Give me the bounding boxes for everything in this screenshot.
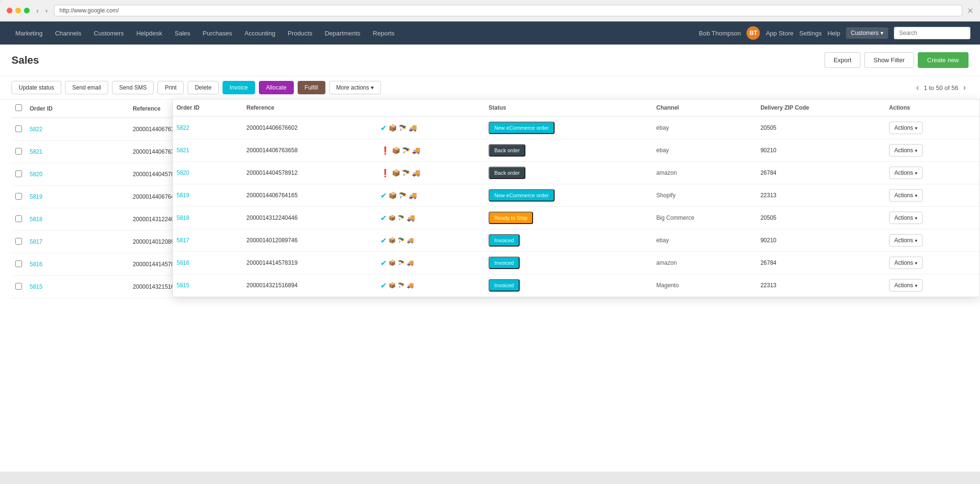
page-header: Sales Export Show Filter Create new bbox=[0, 45, 980, 76]
row-checkbox-6[interactable] bbox=[15, 260, 22, 267]
nav-item-customers[interactable]: Customers bbox=[88, 27, 130, 40]
maximize-dot[interactable] bbox=[24, 8, 30, 13]
row-checkbox-1[interactable] bbox=[15, 148, 22, 155]
pagination: ‹ 1 to 50 of 56 › bbox=[913, 82, 969, 93]
toolbar: Update status Send email Send SMS Print … bbox=[0, 76, 980, 100]
row-checkbox-5[interactable] bbox=[15, 238, 22, 245]
print-button[interactable]: Print bbox=[157, 81, 184, 94]
send-email-button[interactable]: Send email bbox=[65, 81, 108, 94]
check-icon: ✔ bbox=[380, 281, 387, 290]
invoice-button[interactable]: Invoice bbox=[223, 81, 255, 94]
search-input[interactable] bbox=[894, 27, 970, 39]
overlay-actions-button-3[interactable]: Actions bbox=[889, 189, 923, 202]
overlay-actions-button-1[interactable]: Actions bbox=[889, 144, 923, 157]
overlay-order-id-link-1[interactable]: 5821 bbox=[177, 147, 189, 154]
overlay-actions-button-0[interactable]: Actions bbox=[889, 122, 923, 134]
nav-item-reports[interactable]: Reports bbox=[367, 27, 401, 40]
export-button[interactable]: Export bbox=[824, 52, 861, 68]
show-filter-button[interactable]: Show Filter bbox=[864, 52, 913, 68]
status-badge-0[interactable]: New eCommerce order bbox=[489, 122, 555, 134]
overlay-order-id-link-7[interactable]: 5815 bbox=[177, 282, 189, 289]
nav-item-departments[interactable]: Departments bbox=[319, 27, 366, 40]
overlay-row: 5822 2000014406676602 ✔ 📦 🪂 🚚 New eComme… bbox=[173, 116, 980, 139]
close-dot[interactable] bbox=[7, 8, 12, 13]
overlay-col-zip: Delivery ZIP Code bbox=[757, 100, 885, 116]
allocate-button[interactable]: Allocate bbox=[259, 81, 294, 94]
overlay-actions-button-5[interactable]: Actions bbox=[889, 234, 923, 247]
avatar[interactable]: BT bbox=[746, 26, 760, 40]
overlay-order-id-link-2[interactable]: 5820 bbox=[177, 169, 189, 176]
order-id-link-6[interactable]: 5816 bbox=[30, 261, 43, 268]
status-badge-7[interactable]: Invoiced bbox=[489, 279, 520, 292]
user-name: Bob Thompson bbox=[699, 30, 741, 37]
nav-settings[interactable]: Settings bbox=[799, 30, 822, 37]
create-new-button[interactable]: Create new bbox=[918, 52, 969, 68]
overlay-col-reference: Reference bbox=[243, 100, 377, 116]
customers-dropdown-button[interactable]: Customers ▾ bbox=[846, 27, 888, 39]
nav-item-accounting[interactable]: Accounting bbox=[239, 27, 281, 40]
send-sms-button[interactable]: Send SMS bbox=[112, 81, 154, 94]
table-container: Order ID Reference Channel Delivery ZIP … bbox=[0, 100, 980, 298]
overlay-row: 5818 2000014312240446 ✔ 📦 🪂 🚚 Ready to S… bbox=[173, 207, 980, 229]
order-id-link-3[interactable]: 5819 bbox=[30, 193, 43, 200]
row-checkbox-4[interactable] bbox=[15, 215, 22, 222]
status-badge-4[interactable]: Ready to Ship bbox=[489, 212, 533, 224]
update-status-button[interactable]: Update status bbox=[11, 81, 61, 94]
nav-item-purchases[interactable]: Purchases bbox=[197, 27, 238, 40]
address-bar[interactable]: http://www.google.com/ bbox=[54, 5, 962, 16]
nav-item-sales[interactable]: Sales bbox=[169, 27, 196, 40]
order-id-link-2[interactable]: 5820 bbox=[30, 171, 43, 178]
box-icon: 📦 bbox=[389, 124, 397, 132]
chevron-down-icon: ▾ bbox=[880, 30, 883, 36]
order-id-link-0[interactable]: 5822 bbox=[30, 126, 43, 133]
back-button[interactable]: ‹ bbox=[34, 6, 41, 15]
order-id-link-7[interactable]: 5815 bbox=[30, 283, 43, 290]
more-actions-button[interactable]: More actions ▾ bbox=[329, 81, 381, 94]
row-checkbox-3[interactable] bbox=[15, 193, 22, 200]
status-badge-5[interactable]: Invoiced bbox=[489, 234, 520, 247]
box-teal-icon: 📦 bbox=[389, 259, 396, 266]
nav-app-store[interactable]: App Store bbox=[766, 30, 793, 37]
order-id-link-5[interactable]: 5817 bbox=[30, 238, 43, 245]
status-badge-6[interactable]: Invoiced bbox=[489, 257, 520, 269]
overlay-table: Order ID Reference Status Channel Delive… bbox=[173, 100, 980, 297]
overlay-order-id-link-6[interactable]: 5816 bbox=[177, 259, 189, 266]
truck-icon: 🚚 bbox=[407, 214, 415, 222]
delete-button[interactable]: Delete bbox=[188, 81, 219, 94]
status-badge-1[interactable]: Back order bbox=[489, 144, 525, 157]
nav-item-products[interactable]: Products bbox=[282, 27, 318, 40]
overlay-order-id-link-4[interactable]: 5818 bbox=[177, 214, 189, 221]
overlay-actions-button-2[interactable]: Actions bbox=[889, 167, 923, 179]
truck-teal-icon: 🚚 bbox=[407, 259, 414, 266]
overlay-actions-button-7[interactable]: Actions bbox=[889, 279, 923, 292]
order-id-link-4[interactable]: 5818 bbox=[30, 216, 43, 223]
nav-item-channels[interactable]: Channels bbox=[49, 27, 87, 40]
check-icon: ✔ bbox=[380, 191, 387, 200]
row-checkbox-7[interactable] bbox=[15, 283, 22, 290]
nav-item-marketing[interactable]: Marketing bbox=[10, 27, 48, 40]
overlay-order-id-link-3[interactable]: 5819 bbox=[177, 192, 189, 199]
prev-page-button[interactable]: ‹ bbox=[913, 82, 922, 93]
overlay-order-id-link-0[interactable]: 5822 bbox=[177, 124, 189, 131]
next-page-button[interactable]: › bbox=[960, 82, 969, 93]
overlay-col-actions: Actions bbox=[885, 100, 980, 116]
select-all-checkbox[interactable] bbox=[15, 104, 22, 111]
header-actions: Export Show Filter Create new bbox=[824, 52, 969, 68]
overlay-actions-button-6[interactable]: Actions bbox=[889, 257, 923, 269]
overlay-status-icons-6: ✔ 📦 🪂 🚚 bbox=[380, 259, 481, 268]
box-icon: 📦 bbox=[392, 169, 400, 177]
row-checkbox-2[interactable] bbox=[15, 170, 22, 177]
order-id-link-1[interactable]: 5821 bbox=[30, 148, 43, 155]
fulfill-button[interactable]: Fulfill bbox=[298, 81, 325, 94]
overlay-actions-button-4[interactable]: Actions bbox=[889, 212, 923, 224]
nav-item-helpdesk[interactable]: Helpdesk bbox=[131, 27, 168, 40]
status-badge-3[interactable]: New eCommerce order bbox=[489, 189, 555, 202]
nav-items: Marketing Channels Customers Helpdesk Sa… bbox=[10, 27, 699, 40]
status-badge-2[interactable]: Back order bbox=[489, 167, 525, 179]
forward-button[interactable]: › bbox=[44, 6, 50, 15]
overlay-order-id-link-5[interactable]: 5817 bbox=[177, 237, 189, 244]
nav-help[interactable]: Help bbox=[827, 30, 840, 37]
overlay-row: 5815 2000014321516894 ✔ 📦 🪂 🚚 Invoiced M… bbox=[173, 274, 980, 297]
minimize-dot[interactable] bbox=[15, 8, 21, 13]
row-checkbox-0[interactable] bbox=[15, 125, 22, 132]
